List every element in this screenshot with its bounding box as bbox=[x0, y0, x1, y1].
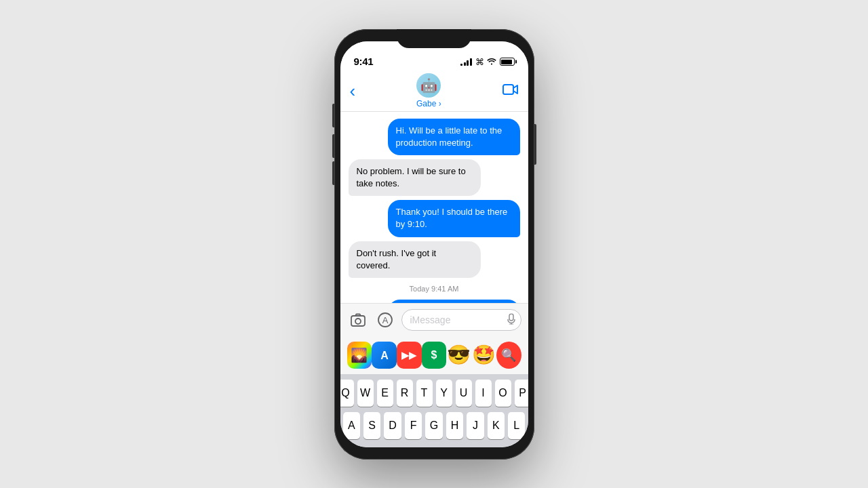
drawer-photos[interactable]: 🌄 bbox=[347, 342, 372, 369]
camera-button[interactable] bbox=[347, 309, 369, 331]
svg-text:A: A bbox=[382, 315, 388, 325]
message-input-field[interactable]: iMessage bbox=[401, 309, 521, 331]
message-row: No problem. I will be sure to take notes… bbox=[349, 159, 520, 196]
svg-text:A: A bbox=[380, 350, 389, 361]
status-icons: ⌘ bbox=[460, 57, 514, 67]
key-e[interactable]: E bbox=[377, 380, 393, 407]
contact-avatar: 🤖 bbox=[416, 73, 441, 98]
message-row: Hi. Will be a little late to the product… bbox=[349, 119, 520, 155]
contact-center[interactable]: 🤖 Gabe bbox=[416, 73, 441, 108]
key-w[interactable]: W bbox=[357, 380, 374, 407]
svg-rect-5 bbox=[509, 314, 513, 321]
key-row-1: Q W E R T Y U I O P bbox=[343, 380, 526, 407]
message-row: Thank you! I should be there by 9:10. bbox=[349, 200, 520, 237]
message-placeholder: iMessage bbox=[410, 309, 451, 331]
message-row: Don't rush. I've got it covered. bbox=[349, 241, 520, 278]
phone-screen: 9:41 ⌘ bbox=[340, 41, 528, 447]
app-drawer: 🌄 A ▶▶ $ 😎 🤩 🔍 bbox=[340, 336, 528, 374]
key-t[interactable]: T bbox=[416, 380, 433, 407]
key-s[interactable]: S bbox=[363, 412, 380, 439]
wifi-icon: ⌘ bbox=[475, 57, 496, 67]
key-k[interactable]: K bbox=[488, 412, 505, 439]
battery-icon bbox=[500, 58, 515, 66]
key-a[interactable]: A bbox=[343, 412, 360, 439]
video-call-button[interactable] bbox=[502, 83, 519, 99]
key-g[interactable]: G bbox=[425, 412, 442, 439]
key-p[interactable]: P bbox=[515, 380, 528, 407]
svg-rect-0 bbox=[503, 85, 513, 94]
drawer-memoji2[interactable]: 🤩 bbox=[471, 342, 496, 369]
key-f[interactable]: F bbox=[405, 412, 422, 439]
key-h[interactable]: H bbox=[446, 412, 463, 439]
drawer-appstore[interactable]: A bbox=[372, 342, 397, 369]
key-i[interactable]: I bbox=[475, 380, 492, 407]
drawer-memoji[interactable]: 😎 bbox=[446, 342, 471, 369]
key-q[interactable]: Q bbox=[340, 380, 354, 407]
chat-header: ‹ 🤖 Gabe bbox=[340, 71, 528, 112]
notch bbox=[397, 29, 471, 48]
status-time: 9:41 bbox=[354, 56, 374, 67]
phone-outer: 9:41 ⌘ bbox=[334, 29, 534, 460]
bubble-sent-2: Thank you! I should be there by 9:10. bbox=[388, 200, 520, 237]
bubble-received: No problem. I will be sure to take notes… bbox=[349, 159, 481, 196]
key-y[interactable]: Y bbox=[436, 380, 452, 407]
drawer-search[interactable]: 🔍 bbox=[496, 342, 521, 369]
keyboard: Q W E R T Y U I O P A S D F G H J K L bbox=[340, 374, 528, 447]
key-j[interactable]: J bbox=[467, 412, 484, 439]
timestamp: Today 9:41 AM bbox=[349, 285, 520, 293]
mic-icon[interactable] bbox=[507, 313, 515, 326]
svg-point-2 bbox=[355, 319, 361, 324]
key-d[interactable]: D bbox=[384, 412, 401, 439]
key-l[interactable]: L bbox=[508, 412, 525, 439]
key-u[interactable]: U bbox=[456, 380, 472, 407]
apps-button[interactable]: A bbox=[374, 309, 396, 331]
back-button[interactable]: ‹ bbox=[350, 81, 356, 102]
drawer-fitness[interactable]: ▶▶ bbox=[397, 342, 422, 369]
key-o[interactable]: O bbox=[495, 380, 511, 407]
messages-area: Hi. Will be a little late to the product… bbox=[340, 112, 528, 303]
contact-name: Gabe bbox=[416, 99, 441, 108]
battery-fill bbox=[501, 60, 512, 64]
bubble-received-2: Don't rush. I've got it covered. bbox=[349, 241, 481, 278]
key-row-2: A S D F G H J K L bbox=[343, 412, 526, 439]
bubble-sent: Hi. Will be a little late to the product… bbox=[388, 119, 520, 155]
signal-icon bbox=[460, 58, 472, 66]
input-area: A iMessage bbox=[340, 303, 528, 336]
drawer-cash[interactable]: $ bbox=[422, 342, 447, 369]
key-r[interactable]: R bbox=[397, 380, 413, 407]
